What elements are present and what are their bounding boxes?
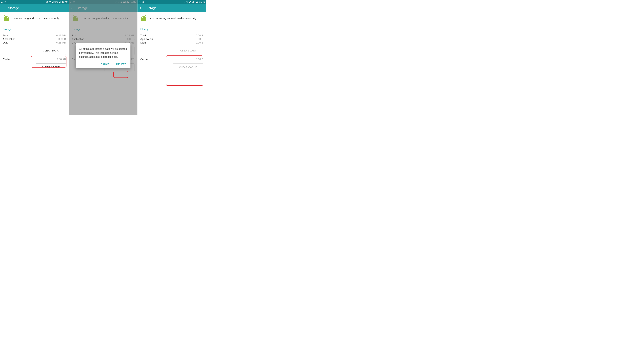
svg-line-9 xyxy=(4,15,5,16)
value-data: 0.00 B xyxy=(196,41,203,44)
package-name: com.samsung.android.sm.devicesecurity xyxy=(150,16,197,20)
wifi-icon xyxy=(49,1,51,3)
label-data: Data xyxy=(3,41,8,44)
page-title: Storage xyxy=(8,6,19,10)
back-arrow-icon[interactable] xyxy=(2,6,5,10)
storage-section-title: Storage xyxy=(140,28,203,31)
vibrate-icon xyxy=(46,1,48,3)
svg-point-33 xyxy=(187,2,187,3)
storage-row-data: Data 6.28 MB xyxy=(3,41,66,44)
battery-icon xyxy=(59,1,61,3)
back-arrow-icon[interactable] xyxy=(139,6,143,10)
label-total: Total xyxy=(140,34,146,37)
clear-data-button: CLEAR DATA xyxy=(173,47,203,55)
confirm-delete-dialog: All of this application's data will be d… xyxy=(76,43,131,68)
storage-row-total: Total 0.00 B xyxy=(140,34,203,37)
svg-line-32 xyxy=(184,1,185,3)
svg-line-38 xyxy=(145,15,146,16)
cancel-button[interactable]: CANCEL xyxy=(101,63,111,66)
status-bar: 52% 15:40 xyxy=(137,0,206,4)
clear-data-button[interactable]: CLEAR DATA xyxy=(36,47,66,55)
svg-point-5 xyxy=(50,2,50,3)
svg-rect-36 xyxy=(196,2,197,3)
clear-cache-button: CLEAR CACHE xyxy=(173,64,203,72)
storage-row-cache: Cache 4.00 KB xyxy=(3,58,66,61)
image-icon xyxy=(1,1,4,3)
label-cache: Cache xyxy=(3,58,10,61)
svg-rect-7 xyxy=(59,1,60,1)
svg-point-1 xyxy=(2,2,2,2)
package-name: com.samsung.android.sm.devicesecurity xyxy=(13,16,59,20)
value-cache: 0.00 B xyxy=(196,58,203,61)
svg-point-29 xyxy=(139,2,140,2)
value-cache: 4.00 KB xyxy=(57,58,66,61)
storage-section-title: Storage xyxy=(3,28,66,31)
svg-point-39 xyxy=(142,17,143,18)
storage-row-cache: Cache 0.00 B xyxy=(140,58,203,61)
sync-icon xyxy=(142,1,144,3)
screen-storage-after: 52% 15:40 Storage com.samsung.android.sm… xyxy=(137,0,206,115)
label-cache: Cache xyxy=(140,58,148,61)
delete-button[interactable]: DELETE xyxy=(116,63,126,66)
page-title: Storage xyxy=(145,6,156,10)
svg-rect-8 xyxy=(59,2,60,3)
value-total: 0.00 B xyxy=(196,34,203,37)
vibrate-icon xyxy=(183,1,186,3)
android-robot-icon xyxy=(140,15,147,21)
dialog-message: All of this application's data will be d… xyxy=(79,47,127,59)
svg-rect-13 xyxy=(4,19,9,21)
status-bar: 52% 15:40 xyxy=(0,0,69,4)
svg-point-40 xyxy=(145,17,145,18)
storage-row-application: Application 0.00 B xyxy=(140,38,203,41)
app-bar: Storage xyxy=(0,4,69,12)
app-info-header: com.samsung.android.sm.devicesecurity xyxy=(137,12,206,24)
battery-percentage: 52% xyxy=(55,1,58,3)
wifi-icon xyxy=(186,1,188,3)
value-data: 6.28 MB xyxy=(56,41,66,44)
clear-cache-button[interactable]: CLEAR CACHE xyxy=(36,64,66,72)
label-application: Application xyxy=(140,38,153,41)
battery-icon xyxy=(196,1,198,3)
value-application: 0.00 B xyxy=(196,38,203,41)
android-robot-icon xyxy=(3,15,10,21)
app-info-header: com.samsung.android.sm.devicesecurity xyxy=(0,12,69,24)
clock: 15:40 xyxy=(199,1,205,3)
signal-icon xyxy=(52,1,54,3)
screen-storage-dialog: 52% 15:40 Storage com.samsung.android.sm… xyxy=(69,0,137,115)
clock: 15:40 xyxy=(62,1,68,3)
svg-line-10 xyxy=(8,15,8,16)
svg-line-4 xyxy=(46,1,48,3)
svg-line-37 xyxy=(142,15,142,16)
label-total: Total xyxy=(3,34,8,37)
battery-percentage: 52% xyxy=(192,1,195,3)
storage-row-data: Data 0.00 B xyxy=(140,41,203,44)
svg-rect-41 xyxy=(141,19,146,21)
signal-icon xyxy=(189,1,191,3)
label-application: Application xyxy=(3,38,15,41)
label-data: Data xyxy=(140,41,146,44)
storage-row-total: Total 6.28 MB xyxy=(3,34,66,37)
app-bar: Storage xyxy=(137,4,206,12)
screen-storage-before: 52% 15:40 Storage com.samsung.android.sm… xyxy=(0,0,69,115)
value-total: 6.28 MB xyxy=(56,34,66,37)
value-application: 0.00 B xyxy=(59,38,66,41)
svg-point-11 xyxy=(5,17,6,18)
svg-rect-35 xyxy=(197,1,197,1)
sync-icon xyxy=(4,1,7,3)
svg-point-12 xyxy=(7,17,8,18)
storage-row-application: Application 0.00 B xyxy=(3,38,66,41)
image-icon xyxy=(139,1,141,3)
